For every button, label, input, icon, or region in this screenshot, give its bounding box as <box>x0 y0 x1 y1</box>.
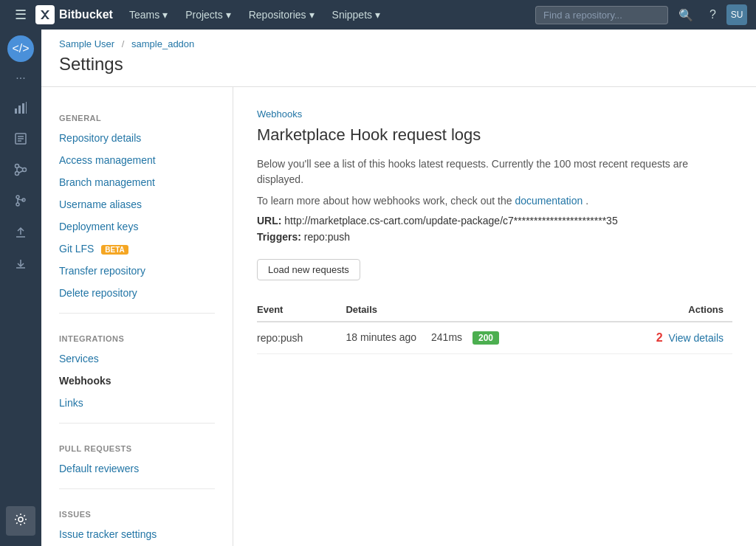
main-content: Webhooks Marketplace Hook request logs B… <box>233 87 756 546</box>
divider-issues <box>59 488 215 489</box>
sidebar-section-integrations: INTEGRATIONS <box>41 322 233 348</box>
sidebar-item-repo-details[interactable]: Repository details <box>41 127 233 149</box>
table-row: repo:push 18 minutes ago 241ms 200 2 Vie… <box>257 322 732 354</box>
svg-rect-1 <box>18 106 21 114</box>
svg-point-15 <box>16 203 19 206</box>
svg-rect-2 <box>22 103 24 114</box>
sidebar-item-deployment-keys[interactable]: Deployment keys <box>41 215 233 238</box>
divider-pull-requests <box>59 423 215 424</box>
rail-code-icon[interactable]: </> <box>7 35 34 62</box>
rail-stats-icon[interactable] <box>6 94 35 124</box>
logo-icon <box>35 5 55 24</box>
url-label: URL: <box>257 215 281 227</box>
rail-more-icon[interactable]: ··· <box>6 63 35 93</box>
duration-value: 241ms <box>431 331 462 343</box>
breadcrumb: Sample User / sample_addon <box>59 38 738 49</box>
rail-source-icon[interactable] <box>6 156 35 186</box>
sidebar-nav: GENERAL Repository details Access manage… <box>41 87 233 546</box>
teams-chevron-icon: ▾ <box>162 9 168 21</box>
sidebar-item-default-reviewers[interactable]: Default reviewers <box>41 457 233 480</box>
search-input[interactable] <box>535 6 668 24</box>
search-area: 🔍 ? SU <box>535 4 747 25</box>
sidebar-item-branch-mgmt[interactable]: Branch management <box>41 171 233 193</box>
actions-cell: 2 View details <box>608 322 732 354</box>
content-area: GENERAL Repository details Access manage… <box>41 87 756 546</box>
sidebar-item-git-lfs[interactable]: Git LFS BETA <box>41 238 233 260</box>
left-rail: </> ··· <box>0 30 41 546</box>
col-actions: Actions <box>608 298 732 322</box>
view-details-link[interactable]: View details <box>669 332 724 344</box>
triggers-label: Triggers: <box>257 231 301 243</box>
nav-snippets[interactable]: Snippets ▾ <box>325 0 388 30</box>
search-icon[interactable]: 🔍 <box>673 8 699 22</box>
projects-chevron-icon: ▾ <box>226 9 231 21</box>
nav-repositories[interactable]: Repositories ▾ <box>241 0 322 30</box>
hamburger-icon[interactable]: ☰ <box>9 7 32 23</box>
time-value: 18 minutes ago <box>346 331 416 343</box>
help-icon[interactable]: ? <box>704 8 722 21</box>
sidebar-item-access-mgmt[interactable]: Access management <box>41 149 233 171</box>
sidebar-item-username-aliases[interactable]: Username aliases <box>41 193 233 215</box>
load-new-requests-button[interactable]: Load new requests <box>257 259 360 280</box>
rail-download-icon[interactable] <box>6 249 35 279</box>
sidebar-item-transfer-repo[interactable]: Transfer repository <box>41 260 233 282</box>
svg-line-13 <box>18 171 23 173</box>
triggers-row: Triggers: repo:push <box>257 231 732 243</box>
documentation-link[interactable]: documentation <box>515 195 583 207</box>
logo-text: Bitbucket <box>59 8 113 21</box>
breadcrumb-separator: / <box>122 38 125 49</box>
sidebar-item-delete-repo[interactable]: Delete repository <box>41 282 233 304</box>
sidebar-item-webhooks[interactable]: Webhooks <box>41 370 233 392</box>
sidebar-item-services[interactable]: Services <box>41 348 233 370</box>
sidebar-item-issue-tracker[interactable]: Issue tracker settings <box>41 523 233 545</box>
breadcrumb-repo[interactable]: sample_addon <box>131 38 194 49</box>
svg-line-12 <box>18 167 23 169</box>
status-badge: 200 <box>472 331 499 345</box>
nav-projects[interactable]: Projects ▾ <box>178 0 238 30</box>
sidebar-section-issues: ISSUES <box>41 498 233 523</box>
svg-point-8 <box>16 165 19 168</box>
description1: Below you'll see a list of this hooks la… <box>257 156 732 187</box>
url-value: http://marketplace.cs-cart.com/update-pa… <box>284 215 617 227</box>
rail-commits-icon[interactable] <box>6 125 35 155</box>
rail-branch-icon[interactable] <box>6 187 35 217</box>
webhooks-link[interactable]: Webhooks <box>257 108 302 120</box>
sidebar-section-general: GENERAL <box>41 102 233 127</box>
snippets-chevron-icon: ▾ <box>375 9 380 21</box>
svg-point-22 <box>18 517 23 522</box>
requests-table: Event Details Actions repo:push 18 minut… <box>257 298 732 354</box>
topnav: ☰ Bitbucket Teams ▾ Projects ▾ Repositor… <box>0 0 756 30</box>
section-title: Marketplace Hook request logs <box>257 125 732 145</box>
repositories-chevron-icon: ▾ <box>309 9 315 21</box>
col-event: Event <box>257 298 346 322</box>
logo[interactable]: Bitbucket <box>35 5 113 24</box>
main-wrap: Sample User / sample_addon Settings GENE… <box>41 30 756 546</box>
event-cell: repo:push <box>257 322 346 354</box>
beta-badge: BETA <box>101 245 128 255</box>
rail-settings-icon[interactable] <box>6 506 35 536</box>
retry-count: 2 <box>656 331 663 345</box>
breadcrumb-user[interactable]: Sample User <box>59 38 114 49</box>
triggers-value: repo:push <box>304 231 350 243</box>
description2: To learn more about how webhooks work, c… <box>257 193 732 209</box>
sidebar-section-pull-requests: PULL REQUESTS <box>41 432 233 457</box>
divider-integrations <box>59 313 215 314</box>
svg-point-14 <box>16 196 19 198</box>
page-title: Settings <box>59 54 738 75</box>
svg-point-10 <box>16 172 19 176</box>
svg-rect-0 <box>15 108 17 114</box>
rail-upload-icon[interactable] <box>6 218 35 248</box>
svg-point-9 <box>23 168 27 172</box>
url-row: URL: http://marketplace.cs-cart.com/upda… <box>257 215 732 227</box>
svg-rect-3 <box>26 102 27 114</box>
page-header: Sample User / sample_addon Settings <box>41 30 756 87</box>
avatar[interactable]: SU <box>726 4 747 25</box>
sidebar-item-links[interactable]: Links <box>41 392 233 414</box>
col-details: Details <box>346 298 608 322</box>
nav-teams[interactable]: Teams ▾ <box>122 0 175 30</box>
details-cell: 18 minutes ago 241ms 200 <box>346 322 608 354</box>
